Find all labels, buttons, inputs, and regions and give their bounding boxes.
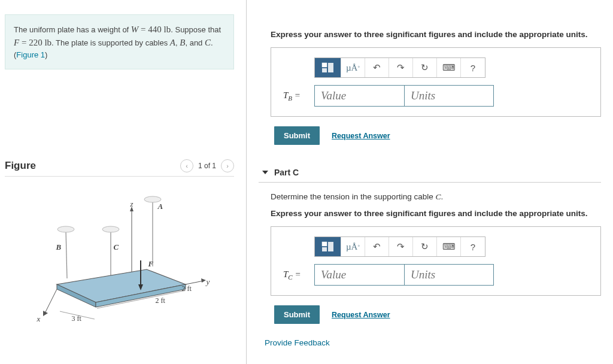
problem-statement: The uniform plate has a weight of W = 44… (5, 14, 234, 69)
units-menu-button[interactable]: µÅ° (341, 58, 365, 77)
keyboard-button[interactable]: ⌨ (437, 58, 461, 77)
problem-text: The uniform plate has a weight of (14, 25, 131, 34)
tc-units-input[interactable] (404, 264, 494, 286)
figure-next-button[interactable]: › (221, 159, 234, 172)
figure-link[interactable]: Figure 1 (16, 50, 45, 59)
svg-rect-21 (322, 68, 327, 72)
help-button[interactable]: ? (461, 58, 485, 77)
help-button[interactable]: ? (461, 237, 485, 256)
reset-button[interactable]: ↻ (413, 58, 437, 77)
partb-toolbar: µÅ° ↶ ↷ ↻ ⌨ ? (314, 57, 485, 78)
svg-rect-22 (322, 242, 327, 246)
partc-header[interactable]: Part C (259, 162, 601, 183)
plate-figure-svg (30, 189, 210, 326)
figure-area: z A B C F y x 2 ft 2 ft 3 ft (5, 177, 234, 326)
partb-request-link[interactable]: Request Answer (332, 132, 390, 140)
tb-units-input[interactable] (404, 85, 494, 107)
svg-rect-20 (328, 63, 333, 72)
svg-point-5 (102, 226, 119, 232)
figure-heading: Figure (5, 160, 36, 172)
tb-label: TB = (281, 90, 314, 102)
partb-answer-box: µÅ° ↶ ↷ ↻ ⌨ ? TB = (271, 47, 601, 117)
partb-submit-button[interactable]: Submit (274, 126, 320, 145)
template-tool-button[interactable] (315, 58, 341, 77)
tc-label: TC = (281, 269, 314, 281)
figure-prev-button[interactable]: ‹ (180, 159, 193, 172)
svg-rect-19 (322, 63, 327, 67)
collapse-icon (262, 171, 268, 174)
svg-line-1 (66, 230, 67, 278)
undo-button[interactable]: ↶ (365, 58, 389, 77)
partc-title: Part C (274, 168, 299, 177)
tc-value-input[interactable] (314, 264, 404, 286)
w-var: W (131, 25, 139, 34)
partc-answer-box: µÅ° ↶ ↷ ↻ ⌨ ? TC = (271, 226, 601, 296)
partc-instruction: Express your answer to three significant… (271, 209, 601, 218)
template-tool-button[interactable] (315, 237, 341, 256)
tb-value-input[interactable] (314, 85, 404, 107)
partc-toolbar: µÅ° ↶ ↷ ↻ ⌨ ? (314, 236, 485, 257)
partb-instruction: Express your answer to three significant… (271, 30, 601, 39)
figure-counter: 1 of 1 (198, 162, 216, 170)
svg-rect-23 (328, 242, 333, 251)
units-menu-button[interactable]: µÅ° (341, 237, 365, 256)
svg-point-4 (57, 226, 74, 232)
redo-button[interactable]: ↷ (389, 58, 413, 77)
reset-button[interactable]: ↻ (413, 237, 437, 256)
partc-submit-button[interactable]: Submit (274, 305, 320, 324)
redo-button[interactable]: ↷ (389, 237, 413, 256)
keyboard-button[interactable]: ⌨ (437, 237, 461, 256)
partc-prompt: Determine the tension in the supporting … (271, 192, 601, 202)
f-var: F (14, 38, 19, 47)
partc-request-link[interactable]: Request Answer (332, 311, 390, 319)
provide-feedback-link[interactable]: Provide Feedback (265, 338, 601, 347)
undo-button[interactable]: ↶ (365, 237, 389, 256)
svg-rect-24 (322, 247, 327, 251)
svg-marker-12 (201, 278, 206, 283)
svg-line-13 (45, 289, 57, 313)
